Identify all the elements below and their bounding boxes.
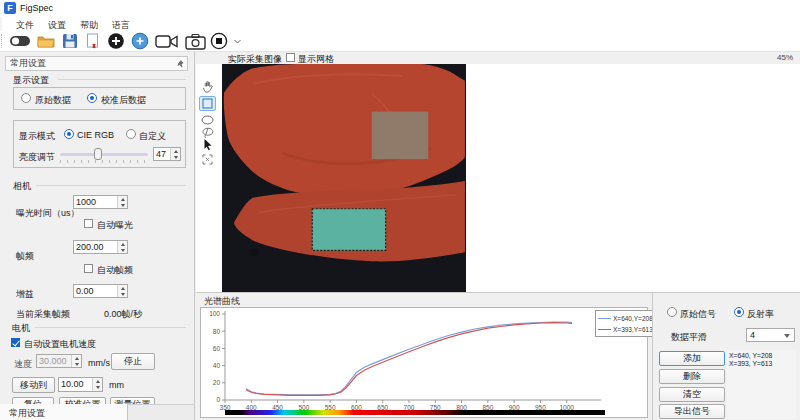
add-button[interactable]: 添加 [659, 351, 725, 366]
exposure-label: 曝光时间（us） [16, 207, 80, 220]
image-tool-strip [196, 64, 220, 292]
motor-group-title: 电机 [12, 322, 30, 335]
delete-button[interactable]: 删除 [659, 369, 725, 384]
show-grid-checkbox[interactable] [286, 53, 295, 62]
gain-spinbox[interactable]: 0.00 [73, 284, 128, 298]
auto-framerate-label: 自动帧频 [97, 264, 133, 277]
list-item[interactable]: X=393, Y=613 [729, 360, 794, 368]
spin-down-icon[interactable] [93, 385, 102, 392]
calibrated-data-radio[interactable] [87, 93, 97, 103]
legend-line-red [598, 329, 611, 331]
legend-entry: X=640,Y=208 [598, 313, 654, 324]
settings-panel: 常用设置 显示设置 原始数据 校准后数据 显示模式 CIE RGB 自定义 亮度… [0, 52, 195, 420]
reflectance-label: 反射率 [747, 308, 774, 321]
photo-capture-icon[interactable] [183, 32, 207, 50]
acquired-image[interactable] [222, 64, 466, 292]
toolbar-overflow-icon[interactable] [232, 32, 242, 50]
raw-signal-label: 原始信号 [680, 308, 716, 321]
svg-text:60: 60 [213, 345, 221, 352]
spin-down-icon[interactable] [118, 202, 127, 208]
connect-toggle-icon[interactable] [8, 32, 32, 50]
divider [58, 79, 186, 80]
calibrated-data-label: 校准后数据 [101, 94, 146, 107]
smooth-select[interactable]: 4 [746, 328, 795, 342]
close-document-icon[interactable] [83, 32, 103, 50]
panel-header[interactable]: 常用设置 [5, 56, 188, 71]
brightness-spinbox[interactable]: 47 [153, 147, 181, 161]
spin-down-icon[interactable] [171, 154, 180, 160]
svg-text:80: 80 [213, 328, 221, 335]
spin-down-icon[interactable] [118, 247, 127, 253]
move-to-button[interactable]: 移动到 [12, 377, 55, 393]
spin-down-icon[interactable] [118, 291, 127, 297]
spectrum-chart: 3504004505005506006507007508008509009501… [200, 307, 648, 418]
signal-point-list[interactable]: X=640, Y=208 X=393, Y=613 [727, 350, 796, 419]
gain-label: 增益 [16, 288, 34, 301]
move-to-spinbox[interactable]: 10.00 [58, 377, 103, 392]
svg-text:40: 40 [213, 362, 221, 369]
add-region-icon[interactable] [106, 32, 126, 50]
auto-exposure-checkbox[interactable] [84, 219, 93, 228]
pin-icon[interactable] [176, 59, 185, 71]
current-fps-value: 0.00帧/秒 [104, 308, 142, 321]
current-fps-label: 当前采集帧频 [16, 308, 70, 321]
brightness-slider[interactable] [60, 153, 148, 156]
display-mode-label: 显示模式 [19, 130, 55, 143]
cie-rgb-radio[interactable] [64, 129, 74, 139]
pointer-tool[interactable] [199, 137, 216, 152]
brightness-label: 亮度调节 [19, 151, 55, 164]
zoom-level: 45% [777, 53, 793, 62]
signal-panel: 原始信号 反射率 数据平滑 4 添加 删除 清空 导出信号 X=640, Y=2… [652, 292, 800, 420]
speed-label: 速度 [14, 358, 32, 371]
speed-unit: mm/s [88, 358, 110, 368]
slider-ticks [60, 160, 148, 163]
teal-selection-region [312, 209, 385, 251]
rect-select-tool[interactable] [199, 96, 216, 111]
save-icon[interactable] [60, 32, 80, 50]
legend-line-blue [598, 318, 611, 320]
auto-framerate-checkbox[interactable] [84, 264, 93, 273]
speed-spinbox: 30.000 [36, 354, 82, 368]
pan-hand-tool[interactable] [199, 79, 216, 94]
export-signal-button[interactable]: 导出信号 [659, 404, 725, 419]
raw-signal-radio[interactable] [667, 307, 677, 317]
stop-button[interactable]: 停止 [111, 353, 155, 370]
video-record-icon[interactable] [154, 32, 180, 50]
svg-text:100: 100 [209, 310, 220, 317]
divider [35, 327, 186, 328]
fit-view-tool[interactable] [199, 152, 216, 167]
spectrum-chart-svg: 3504004505005506006507007508008509009501… [201, 308, 647, 417]
svg-text:20: 20 [213, 379, 221, 386]
figspec-window: F FigSpec 文件 设置 帮助 语言 [0, 0, 800, 420]
open-folder-icon[interactable] [36, 32, 56, 50]
reflectance-radio[interactable] [734, 307, 744, 317]
gray-selection-region [372, 112, 429, 160]
divider [36, 185, 186, 186]
camera-group-title: 相机 [13, 180, 31, 193]
exposure-spinbox[interactable]: 1000 [73, 195, 128, 209]
custom-mode-radio[interactable] [126, 129, 136, 139]
list-item[interactable]: X=640, Y=208 [729, 352, 794, 360]
window-title: FigSpec [20, 3, 53, 13]
toolbar [0, 31, 800, 52]
auto-motor-speed-checkbox[interactable] [11, 338, 20, 347]
framerate-spinbox[interactable]: 200.00 [73, 240, 128, 254]
brightness-slider-handle[interactable] [94, 148, 102, 160]
dock-tab-common-settings[interactable]: 常用设置 [0, 404, 128, 420]
image-canvas[interactable] [196, 64, 800, 292]
auto-motor-speed-label: 自动设置电机速度 [24, 338, 96, 351]
toolbar-grip [1, 34, 3, 48]
raw-data-radio[interactable] [21, 93, 31, 103]
spectrum-panel: 光谱曲线 35040045050055060065070075080085090… [196, 292, 652, 420]
stop-icon[interactable] [209, 32, 229, 50]
cie-rgb-label: CIE RGB [77, 130, 114, 140]
add-point-icon[interactable] [130, 32, 150, 50]
wavelength-color-bar [225, 410, 605, 415]
main-area: 实际采集图像 显示网格 45% [196, 52, 800, 420]
legend-entry: X=393,Y=613 [598, 324, 654, 335]
move-unit: mm [109, 380, 124, 390]
app-logo-icon: F [4, 2, 16, 14]
spin-down-icon [72, 361, 81, 367]
svg-text:0: 0 [216, 396, 220, 403]
clear-button[interactable]: 清空 [659, 387, 725, 402]
